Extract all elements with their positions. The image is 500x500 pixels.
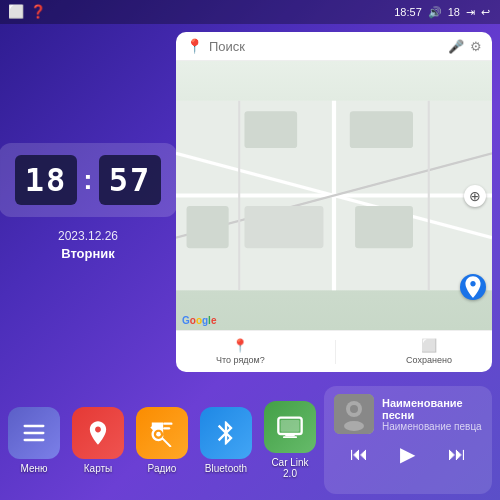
settings-icon[interactable]: ⚙ (470, 39, 482, 54)
svg-point-25 (344, 421, 364, 431)
music-info: Наименование песни Наименование певца (334, 394, 482, 434)
svg-point-15 (156, 431, 161, 436)
svg-rect-7 (244, 111, 297, 148)
status-bar: 18:57 🔊 18 ⇥ ↩ (0, 0, 500, 24)
saved-icon: ⬜ (421, 338, 437, 353)
carlink-icon (264, 401, 316, 453)
left-panel: 18 : 57 2023.12.26 Вторник (8, 32, 168, 372)
right-panel: 📍 🎤 ⚙ (176, 32, 492, 372)
svg-rect-19 (281, 420, 300, 432)
nearby-button[interactable]: 📍 Что рядом? (206, 336, 275, 367)
bluetooth-label: Bluetooth (205, 463, 247, 474)
svg-rect-16 (163, 422, 172, 424)
svg-rect-8 (350, 111, 413, 148)
main-content-area: 18 : 57 2023.12.26 Вторник 📍 🎤 ⚙ (0, 24, 500, 380)
app-item-carlink[interactable]: Car Link 2.0 (264, 401, 316, 479)
maps-label: Карты (84, 463, 113, 474)
home-icon[interactable]: ⬜ (8, 4, 24, 19)
play-button[interactable]: ▶ (394, 440, 421, 468)
radio-icon (136, 407, 188, 459)
app-grid: Меню Карты (8, 386, 316, 494)
map-zoom-button[interactable]: ⊕ (464, 185, 486, 207)
battery-level: 18 (448, 6, 460, 18)
app-item-radio[interactable]: Радио (136, 407, 188, 474)
radio-label: Радио (148, 463, 177, 474)
bottom-section: Меню Карты (0, 380, 500, 500)
nearby-label: Что рядом? (216, 355, 265, 365)
app-switcher-icon[interactable]: ❓ (30, 4, 46, 19)
svg-rect-9 (187, 206, 229, 248)
search-input[interactable] (209, 39, 442, 54)
prev-button[interactable]: ⏮ (344, 442, 374, 467)
date-value: 2023.12.26 (58, 229, 118, 243)
svg-rect-13 (24, 431, 45, 433)
menu-label: Меню (20, 463, 47, 474)
mic-icon[interactable]: 🎤 (448, 39, 464, 54)
maps-icon (72, 407, 124, 459)
carlink-label: Car Link 2.0 (264, 457, 316, 479)
back-icon[interactable]: ↩ (481, 6, 490, 19)
main-screen: ⬜ ❓ 18:57 🔊 18 ⇥ ↩ 18 : 57 2023.12.26 Вт… (0, 0, 500, 500)
svg-rect-12 (24, 424, 45, 426)
svg-point-24 (350, 405, 358, 413)
music-text: Наименование песни Наименование певца (382, 397, 482, 432)
saved-button[interactable]: ⬜ Сохранено (396, 336, 462, 367)
google-logo: Google (182, 315, 216, 326)
clock-hours: 18 (15, 155, 78, 205)
svg-rect-10 (355, 206, 413, 248)
app-item-maps[interactable]: Карты (72, 407, 124, 474)
top-left-nav: ⬜ ❓ (8, 4, 46, 19)
map-footer: 📍 Что рядом? ⬜ Сохранено (176, 330, 492, 372)
map-widget: 📍 🎤 ⚙ (176, 32, 492, 372)
clock-minutes: 57 (99, 155, 162, 205)
next-button[interactable]: ⏭ (442, 442, 472, 467)
svg-rect-20 (285, 434, 294, 436)
album-art (334, 394, 374, 434)
volume-icon: 🔊 (428, 6, 442, 19)
music-player: Наименование песни Наименование певца ⏮ … (324, 386, 492, 494)
music-controls: ⏮ ▶ ⏭ (334, 440, 482, 468)
nearby-icon: 📍 (232, 338, 248, 353)
time-display: 18:57 (394, 6, 422, 18)
svg-rect-14 (24, 438, 45, 440)
map-pin-icon: 📍 (186, 38, 203, 54)
svg-rect-11 (244, 206, 323, 248)
map-search-bar: 📍 🎤 ⚙ (176, 32, 492, 61)
map-area[interactable]: ⊕ Google (176, 61, 492, 330)
clock-separator: : (83, 164, 92, 196)
song-title: Наименование песни (382, 397, 482, 421)
menu-icon (8, 407, 60, 459)
date-widget: 2023.12.26 Вторник (58, 229, 118, 261)
map-location-button[interactable] (460, 274, 486, 300)
svg-rect-17 (163, 427, 170, 429)
app-item-menu[interactable]: Меню (8, 407, 60, 474)
bluetooth-icon-btn (200, 407, 252, 459)
saved-label: Сохранено (406, 355, 452, 365)
svg-rect-21 (283, 436, 297, 438)
clock-widget: 18 : 57 (0, 143, 177, 217)
day-name: Вторник (58, 246, 118, 261)
usb-icon: ⇥ (466, 6, 475, 19)
app-item-bluetooth[interactable]: Bluetooth (200, 407, 252, 474)
artist-name: Наименование певца (382, 421, 482, 432)
